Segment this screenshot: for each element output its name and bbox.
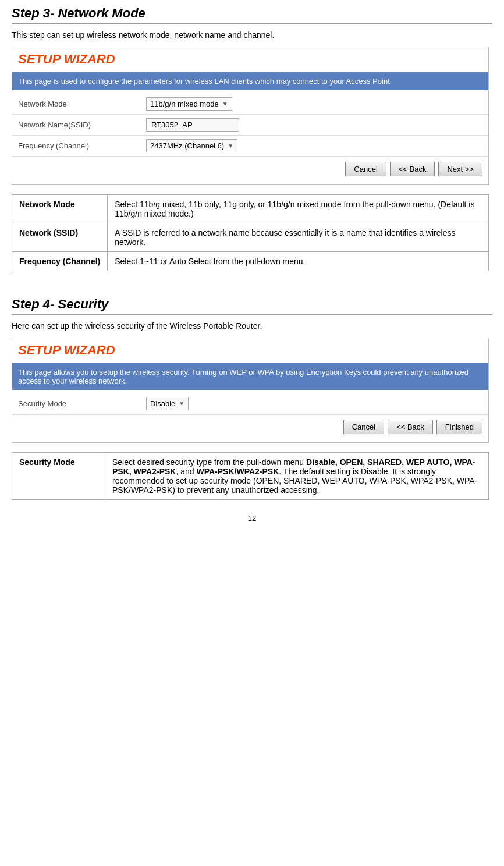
network-mode-select-text: 11b/g/n mixed mode <box>150 100 219 108</box>
ssid-input[interactable]: RT3052_AP <box>146 118 239 132</box>
form-row-ssid: Network Name(SSID) RT3052_AP <box>12 115 488 136</box>
channel-value[interactable]: 2437MHz (Channel 6) ▼ <box>146 139 237 152</box>
channel-label: Frequency (Channel) <box>18 141 146 150</box>
step4-finished-button[interactable]: Finished <box>436 420 482 434</box>
channel-select-text: 2437MHz (Channel 6) <box>150 141 224 150</box>
security-mode-arrow-icon: ▼ <box>179 400 184 407</box>
form-row-security-mode: Security Mode Disable ▼ <box>12 393 488 414</box>
table-row: Frequency (Channel) Select 1~11 or Auto … <box>12 252 489 271</box>
step4-info-bar: This page allows you to setup the wirele… <box>12 363 488 390</box>
table-desc-security-mode: Select desired security type from the pu… <box>105 453 489 500</box>
step4-description: Here can set up the wireless security of… <box>12 321 492 331</box>
security-mode-select[interactable]: Disable ▼ <box>146 397 189 410</box>
step3-info-table: Network Mode Select 11b/g mixed, 11b onl… <box>12 194 489 271</box>
table-row: Network Mode Select 11b/g mixed, 11b onl… <box>12 195 489 223</box>
page-number: 12 <box>12 514 492 523</box>
table-term-network-mode: Network Mode <box>12 195 108 223</box>
step4-wizard-title: SETUP WIZARD <box>18 343 115 357</box>
step3-wizard-header: SETUP WIZARD <box>12 47 488 72</box>
security-mode-value[interactable]: Disable ▼ <box>146 397 189 410</box>
step3-next-button[interactable]: Next >> <box>438 162 482 176</box>
ssid-value[interactable]: RT3052_AP <box>146 118 239 132</box>
network-mode-arrow-icon: ▼ <box>222 101 228 107</box>
step4-form: Security Mode Disable ▼ Cancel << Back F… <box>12 390 488 442</box>
table-row: Network (SSID) A SSID is referred to a n… <box>12 223 489 252</box>
security-mode-label: Security Mode <box>18 399 146 408</box>
step3-wizard-box: SETUP WIZARD This page is used to config… <box>12 47 489 185</box>
step3-info-bar: This page is used to configure the param… <box>12 72 488 90</box>
table-term-channel: Frequency (Channel) <box>12 252 108 271</box>
network-mode-value[interactable]: 11b/g/n mixed mode ▼ <box>146 97 232 111</box>
network-mode-label: Network Mode <box>18 100 146 108</box>
ssid-label: Network Name(SSID) <box>18 120 146 129</box>
step4-info-table: Security Mode Select desired security ty… <box>12 452 489 500</box>
form-row-channel: Frequency (Channel) 2437MHz (Channel 6) … <box>12 136 488 157</box>
step3-description: This step can set up wireless network mo… <box>12 30 492 40</box>
security-mode-select-text: Disable <box>150 399 175 408</box>
table-term-security-mode: Security Mode <box>12 453 105 500</box>
channel-arrow-icon: ▼ <box>228 143 233 149</box>
channel-select[interactable]: 2437MHz (Channel 6) ▼ <box>146 139 237 152</box>
step4-wizard-box: SETUP WIZARD This page allows you to set… <box>12 338 489 443</box>
step4-heading: Step 4- Security <box>12 297 492 315</box>
table-desc-ssid: A SSID is referred to a network name bec… <box>108 223 489 252</box>
step4-back-button[interactable]: << Back <box>388 420 433 434</box>
table-desc-channel: Select 1~11 or Auto Select from the pull… <box>108 252 489 271</box>
network-mode-select[interactable]: 11b/g/n mixed mode ▼ <box>146 97 232 111</box>
step4-button-row: Cancel << Back Finished <box>12 414 488 439</box>
table-row: Security Mode Select desired security ty… <box>12 453 489 500</box>
step4-wizard-header: SETUP WIZARD <box>12 338 488 363</box>
step3-back-button[interactable]: << Back <box>390 162 435 176</box>
step3-form: Network Mode 11b/g/n mixed mode ▼ Networ… <box>12 90 488 184</box>
step4-cancel-button[interactable]: Cancel <box>343 420 384 434</box>
step3-cancel-button[interactable]: Cancel <box>345 162 386 176</box>
table-desc-network-mode: Select 11b/g mixed, 11b only, 11g only, … <box>108 195 489 223</box>
section-spacer <box>12 285 492 297</box>
step3-button-row: Cancel << Back Next >> <box>12 157 488 181</box>
step3-wizard-title: SETUP WIZARD <box>18 52 115 66</box>
table-term-ssid: Network (SSID) <box>12 223 108 252</box>
form-row-network-mode: Network Mode 11b/g/n mixed mode ▼ <box>12 94 488 115</box>
step3-heading: Step 3- Network Mode <box>12 6 492 24</box>
